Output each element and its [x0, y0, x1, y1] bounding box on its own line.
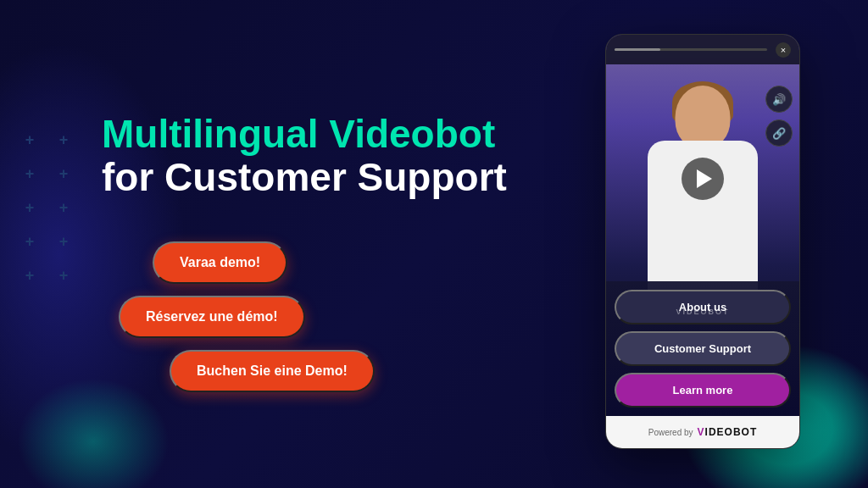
- options-panel: About us Customer Support Learn more: [606, 281, 799, 416]
- background: + + + + + + + + + + Multilingual Videobo…: [0, 0, 868, 488]
- plus-grid-decoration: + + + + + + + + + +: [17, 127, 110, 288]
- play-icon: [697, 169, 712, 188]
- progress-fill: [615, 48, 660, 51]
- option-learn-more[interactable]: Learn more: [615, 373, 791, 408]
- headline-block: Multilingual Videobot for Customer Suppo…: [102, 113, 576, 198]
- video-area: VIDEOBOT: [606, 35, 799, 323]
- cta-buttons-container: Varaa demo! Réservez une démo! Buchen Si…: [102, 241, 576, 392]
- phone-mockup: × 🔊 🔗 VIDEOBOT: [605, 34, 800, 449]
- videobot-brand: VVIDEOBOTIDEOBOT: [698, 426, 758, 438]
- cta-button-german[interactable]: Buchen Sie eine Demo!: [170, 350, 375, 392]
- close-button[interactable]: ×: [776, 42, 791, 58]
- phone-header: ×: [606, 35, 799, 64]
- sound-icon[interactable]: 🔊: [765, 86, 793, 113]
- cta-button-french[interactable]: Réservez une démo!: [119, 296, 305, 338]
- headline-line1: Multilingual Videobot: [102, 113, 576, 156]
- powered-by-footer: Powered by VVIDEOBOTIDEOBOT: [606, 416, 799, 448]
- person-head: [676, 86, 731, 149]
- cta-button-finnish[interactable]: Varaa demo!: [153, 241, 287, 284]
- main-content: Multilingual Videobot for Customer Suppo…: [102, 0, 576, 488]
- play-button[interactable]: [682, 158, 724, 200]
- option-customer-support[interactable]: Customer Support: [615, 331, 791, 366]
- link-icon[interactable]: 🔗: [765, 119, 793, 147]
- powered-by-text: Powered by: [648, 428, 693, 437]
- headline-line2: for Customer Support: [102, 156, 576, 199]
- progress-bar: [615, 48, 767, 51]
- side-icons: 🔊 🔗: [765, 86, 793, 147]
- videobot-video-label: VIDEOBOT: [676, 308, 729, 316]
